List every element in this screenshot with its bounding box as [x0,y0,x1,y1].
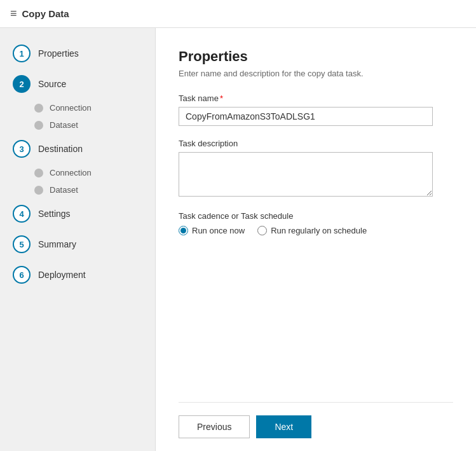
task-description-input[interactable] [179,152,433,197]
step-circle-2: 2 [13,75,31,93]
destination-dataset-item[interactable]: Dataset [22,181,155,198]
sidebar: 1 Properties 2 Source Connection Dataset… [0,28,156,451]
step-circle-4: 4 [13,205,31,223]
run-once-label: Run once now [192,226,245,235]
step-circle-6: 6 [13,266,31,284]
sidebar-label-source: Source [38,79,66,89]
task-name-group: Task name* [179,94,453,126]
source-connection-item[interactable]: Connection [22,99,155,116]
destination-connection-dot [34,169,43,177]
page-subtitle: Enter name and description for the copy … [179,69,453,78]
source-connection-dot [34,104,43,113]
app-title: Copy Data [22,8,69,19]
destination-connection-label: Connection [50,168,92,177]
sidebar-label-deployment: Deployment [38,270,86,280]
sidebar-item-summary[interactable]: 5 Summary [0,229,155,260]
run-once-radio[interactable] [179,226,188,235]
source-dataset-item[interactable]: Dataset [22,116,155,134]
sidebar-item-source[interactable]: 2 Source [0,69,155,99]
task-cadence-group: Task cadence or Task schedule Run once n… [179,211,453,235]
run-schedule-label: Run regularly on schedule [271,226,367,235]
task-description-label: Task description [179,139,453,148]
page-title: Properties [179,48,453,65]
run-schedule-radio[interactable] [257,226,267,235]
task-name-label: Task name* [179,94,453,103]
sidebar-item-destination[interactable]: 3 Destination [0,134,155,164]
cadence-label: Task cadence or Task schedule [179,211,453,221]
sidebar-item-deployment[interactable]: 6 Deployment [0,260,155,290]
source-connection-label: Connection [50,103,92,113]
top-bar: ≡ Copy Data [0,0,476,28]
run-once-option[interactable]: Run once now [179,226,245,235]
main-layout: 1 Properties 2 Source Connection Dataset… [0,28,476,451]
source-dataset-dot [34,121,43,130]
cadence-radio-group: Run once now Run regularly on schedule [179,226,453,235]
next-button[interactable]: Next [256,415,311,438]
sidebar-label-destination: Destination [38,144,83,154]
content-area: Properties Enter name and description fo… [156,28,476,451]
sidebar-item-settings[interactable]: 4 Settings [0,198,155,229]
task-name-input[interactable] [179,107,433,126]
destination-sub-items: Connection Dataset [0,164,155,198]
sidebar-item-properties[interactable]: 1 Properties [0,38,155,69]
sidebar-label-settings: Settings [38,209,71,219]
destination-dataset-dot [34,186,43,195]
task-description-group: Task description [179,139,453,198]
previous-button[interactable]: Previous [179,415,250,438]
source-sub-items: Connection Dataset [0,99,155,134]
destination-dataset-label: Dataset [50,185,78,195]
footer: Previous Next [179,402,453,438]
source-dataset-label: Dataset [50,120,78,130]
sidebar-label-properties: Properties [38,48,79,59]
required-star: * [220,94,223,103]
step-circle-1: 1 [13,45,31,62]
step-circle-3: 3 [13,140,31,158]
step-circle-5: 5 [13,235,31,253]
sidebar-label-summary: Summary [38,239,76,249]
copy-data-icon: ≡ [10,7,17,20]
destination-connection-item[interactable]: Connection [22,164,155,181]
run-schedule-option[interactable]: Run regularly on schedule [257,226,367,235]
